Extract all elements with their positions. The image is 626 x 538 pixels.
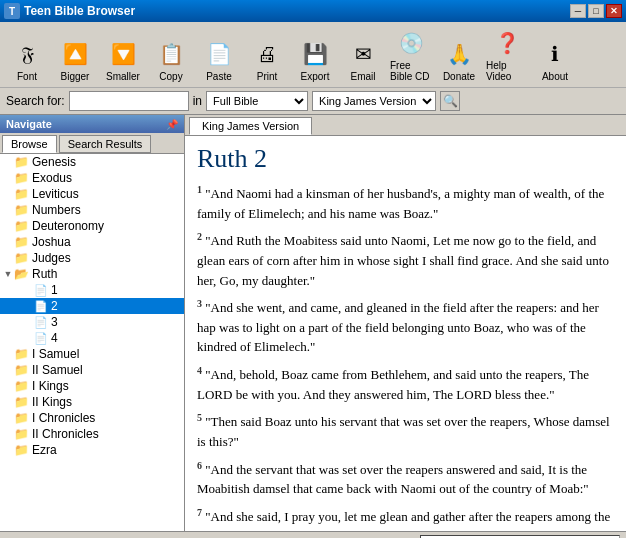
tree-item-deuteronomy[interactable]: 📁Deuteronomy bbox=[0, 218, 184, 234]
tree-item-i-samuel[interactable]: 📁I Samuel bbox=[0, 346, 184, 362]
folder-icon-i-samuel: 📁 bbox=[14, 347, 29, 361]
bible-scope-select[interactable]: Full Bible Old Testament New Testament bbox=[206, 91, 308, 111]
copy-button-icon: 📋 bbox=[155, 38, 187, 70]
verse-text-7: "And she said, I pray you, let me glean … bbox=[197, 509, 613, 531]
folder-icon-i-chronicles: 📁 bbox=[14, 411, 29, 425]
in-label: in bbox=[193, 94, 202, 108]
tree-label-ruth-2: 2 bbox=[51, 299, 58, 313]
font-button-icon: 𝔉 bbox=[11, 38, 43, 70]
navigate-header: Navigate 📌 bbox=[0, 115, 184, 133]
folder-icon-i-kings: 📁 bbox=[14, 379, 29, 393]
print-button-label: Print bbox=[257, 71, 278, 82]
tree-item-ezra[interactable]: 📁Ezra bbox=[0, 442, 184, 458]
verse-1: 1 "And Naomi had a kinsman of her husban… bbox=[197, 182, 614, 223]
help-button-label: Help Video bbox=[486, 60, 528, 82]
export-button[interactable]: 💾Export bbox=[292, 36, 338, 84]
tree-item-judges[interactable]: 📁Judges bbox=[0, 250, 184, 266]
navigate-pin-icon: 📌 bbox=[166, 119, 178, 130]
tree-item-numbers[interactable]: 📁Numbers bbox=[0, 202, 184, 218]
export-button-icon: 💾 bbox=[299, 38, 331, 70]
verse-num-5: 5 bbox=[197, 412, 202, 423]
bigger-button[interactable]: 🔼Bigger bbox=[52, 36, 98, 84]
folder-icon-judges: 📁 bbox=[14, 251, 29, 265]
paste-button[interactable]: 📄Paste bbox=[196, 36, 242, 84]
tree-item-leviticus[interactable]: 📁Leviticus bbox=[0, 186, 184, 202]
email-button-label: Email bbox=[350, 71, 375, 82]
verse-3: 3 "And she went, and came, and gleaned i… bbox=[197, 296, 614, 357]
help-button[interactable]: ❓Help Video bbox=[484, 25, 530, 84]
tree-label-judges: Judges bbox=[32, 251, 71, 265]
content-area: Ruth 2 1 "And Naomi had a kinsman of her… bbox=[185, 136, 626, 531]
search-go-button[interactable]: 🔍 bbox=[440, 91, 460, 111]
left-panel: Navigate 📌 Browse Search Results 📁Genesi… bbox=[0, 115, 185, 531]
verse-num-2: 2 bbox=[197, 231, 202, 242]
maximize-button[interactable]: □ bbox=[588, 4, 604, 18]
email-button[interactable]: ✉Email bbox=[340, 36, 386, 84]
folder-icon-ezra: 📁 bbox=[14, 443, 29, 457]
tree-item-joshua[interactable]: 📁Joshua bbox=[0, 234, 184, 250]
folder-icon-joshua: 📁 bbox=[14, 235, 29, 249]
file-icon-ruth-3: 📄 bbox=[34, 316, 48, 329]
right-panel: King James Version Ruth 2 1 "And Naomi h… bbox=[185, 115, 626, 531]
bigger-button-label: Bigger bbox=[61, 71, 90, 82]
folder-icon-ruth: 📂 bbox=[14, 267, 29, 281]
copy-button[interactable]: 📋Copy bbox=[148, 36, 194, 84]
title-bar: T Teen Bible Browser ─ □ ✕ bbox=[0, 0, 626, 22]
bigger-button-icon: 🔼 bbox=[59, 38, 91, 70]
tree-item-ruth-2[interactable]: 📄2 bbox=[0, 298, 184, 314]
tree-label-ruth-1: 1 bbox=[51, 283, 58, 297]
verse-text-3: "And she went, and came, and gleaned in … bbox=[197, 300, 599, 354]
verse-text-6: "And the servant that was set over the r… bbox=[197, 462, 589, 497]
font-button[interactable]: 𝔉Font bbox=[4, 36, 50, 84]
tree-item-genesis[interactable]: 📁Genesis bbox=[0, 154, 184, 170]
tree-item-ruth-4[interactable]: 📄4 bbox=[0, 330, 184, 346]
verse-6: 6 "And the servant that was set over the… bbox=[197, 458, 614, 499]
browse-tab[interactable]: Browse bbox=[2, 135, 57, 153]
about-button[interactable]: ℹAbout bbox=[532, 36, 578, 84]
tree-item-ii-kings[interactable]: 📁II Kings bbox=[0, 394, 184, 410]
tree-item-ruth-1[interactable]: 📄1 bbox=[0, 282, 184, 298]
search-input[interactable] bbox=[69, 91, 189, 111]
copy-button-label: Copy bbox=[159, 71, 182, 82]
tree-label-ezra: Ezra bbox=[32, 443, 57, 457]
donate-button[interactable]: 🙏Donate bbox=[436, 36, 482, 84]
tree-item-exodus[interactable]: 📁Exodus bbox=[0, 170, 184, 186]
minimize-button[interactable]: ─ bbox=[570, 4, 586, 18]
tree-item-ruth-3[interactable]: 📄3 bbox=[0, 314, 184, 330]
tree-label-ii-chronicles: II Chronicles bbox=[32, 427, 99, 441]
verse-num-4: 4 bbox=[197, 365, 202, 376]
title-buttons: ─ □ ✕ bbox=[570, 4, 622, 18]
verse-text-1: "And Naomi had a kinsman of her husband'… bbox=[197, 186, 604, 221]
close-button[interactable]: ✕ bbox=[606, 4, 622, 18]
tree-item-ii-chronicles[interactable]: 📁II Chronicles bbox=[0, 426, 184, 442]
verses-container: 1 "And Naomi had a kinsman of her husban… bbox=[197, 182, 614, 531]
folder-icon-exodus: 📁 bbox=[14, 171, 29, 185]
search-label: Search for: bbox=[6, 94, 65, 108]
tree-item-i-kings[interactable]: 📁I Kings bbox=[0, 378, 184, 394]
tree-item-ii-samuel[interactable]: 📁II Samuel bbox=[0, 362, 184, 378]
tree-item-ruth[interactable]: ▼📂Ruth bbox=[0, 266, 184, 282]
tree-item-i-chronicles[interactable]: 📁I Chronicles bbox=[0, 410, 184, 426]
free-cd-button-label: Free Bible CD bbox=[390, 60, 432, 82]
donate-button-label: Donate bbox=[443, 71, 475, 82]
free-cd-button[interactable]: 💿Free Bible CD bbox=[388, 25, 434, 84]
status-bar: Welcome bbox=[0, 531, 626, 538]
nav-tabs: Browse Search Results bbox=[0, 133, 184, 154]
tree-label-ii-kings: II Kings bbox=[32, 395, 72, 409]
kjv-tab[interactable]: King James Version bbox=[189, 117, 312, 135]
font-button-label: Font bbox=[17, 71, 37, 82]
verse-text-5: "Then said Boaz unto his servant that wa… bbox=[197, 415, 610, 450]
app-title: Teen Bible Browser bbox=[24, 4, 135, 18]
print-button[interactable]: 🖨Print bbox=[244, 36, 290, 84]
version-select[interactable]: King James Version NIV ESV bbox=[312, 91, 436, 111]
tree-label-exodus: Exodus bbox=[32, 171, 72, 185]
folder-icon-ii-chronicles: 📁 bbox=[14, 427, 29, 441]
help-button-icon: ❓ bbox=[491, 27, 523, 59]
search-results-tab[interactable]: Search Results bbox=[59, 135, 152, 153]
tree-label-deuteronomy: Deuteronomy bbox=[32, 219, 104, 233]
file-icon-ruth-1: 📄 bbox=[34, 284, 48, 297]
main-layout: Navigate 📌 Browse Search Results 📁Genesi… bbox=[0, 115, 626, 531]
smaller-button[interactable]: 🔽Smaller bbox=[100, 36, 146, 84]
folder-icon-numbers: 📁 bbox=[14, 203, 29, 217]
smaller-button-icon: 🔽 bbox=[107, 38, 139, 70]
